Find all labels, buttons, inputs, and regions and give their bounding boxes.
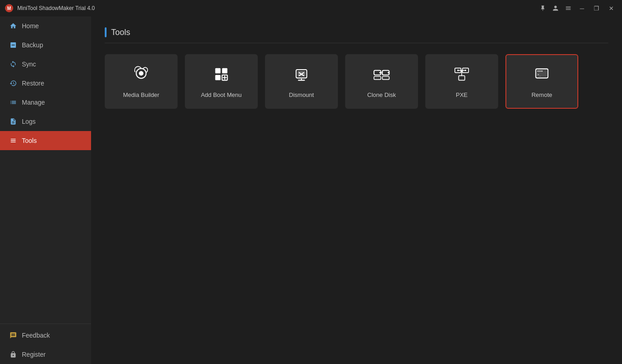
sidebar-item-restore[interactable]: Restore (0, 74, 91, 93)
user-icon[interactable] (550, 3, 561, 14)
svg-text:M: M (7, 6, 11, 11)
sidebar-item-home[interactable]: Home (0, 16, 91, 35)
tool-card-add-boot-menu[interactable]: Add Boot Menu (185, 54, 258, 109)
svg-point-3 (139, 71, 143, 76)
svg-rect-25 (459, 76, 464, 80)
svg-point-19 (387, 72, 389, 73)
tool-card-clone-disk[interactable]: Clone Disk (345, 54, 418, 109)
svg-rect-21 (374, 76, 381, 80)
clone-disk-icon (372, 65, 391, 86)
add-boot-menu-label: Add Boot Menu (201, 91, 242, 98)
svg-rect-4 (215, 68, 221, 73)
content-area: Tools Media Builder (91, 16, 622, 364)
svg-text:>_: >_ (537, 72, 541, 76)
sidebar-item-sync[interactable]: Sync (0, 55, 91, 74)
remote-label: Remote (531, 91, 552, 98)
svg-point-33 (537, 71, 539, 72)
dismount-icon (292, 65, 311, 86)
svg-point-30 (465, 70, 466, 71)
svg-point-35 (541, 71, 543, 72)
sidebar-item-backup[interactable]: Backup (0, 35, 91, 55)
add-boot-menu-icon (212, 65, 230, 86)
close-button[interactable]: ✕ (605, 3, 617, 14)
sidebar-item-feedback[interactable]: Feedback (0, 326, 91, 345)
media-builder-label: Media Builder (123, 91, 159, 98)
svg-rect-6 (215, 75, 221, 80)
titlebar: M MiniTool ShadowMaker Trial 4.0 ─ ❐ ✕ (0, 0, 622, 16)
pxe-icon (453, 65, 471, 86)
pin-icon[interactable] (537, 3, 548, 14)
sidebar-item-logs[interactable]: Logs (0, 112, 91, 131)
home-icon (9, 22, 17, 30)
tool-card-dismount[interactable]: Dismount (265, 54, 338, 109)
restore-icon (9, 79, 17, 87)
sidebar-item-tools[interactable]: Tools (0, 131, 91, 150)
sidebar-bottom: Feedback Register (0, 324, 91, 364)
svg-point-29 (457, 70, 459, 71)
logs-icon (9, 117, 17, 126)
menu-icon[interactable] (563, 3, 574, 14)
tool-card-pxe[interactable]: PXE (425, 54, 498, 109)
media-builder-icon (132, 65, 150, 86)
minimize-button[interactable]: ─ (576, 3, 588, 14)
sidebar-item-manage[interactable]: Manage (0, 93, 91, 112)
clone-disk-label: Clone Disk (367, 91, 396, 98)
tool-card-media-builder[interactable]: Media Builder (105, 54, 178, 109)
manage-icon (9, 98, 17, 106)
page-title: Tools (111, 28, 130, 37)
pxe-label: PXE (456, 91, 468, 98)
backup-icon (9, 41, 17, 49)
tools-icon (9, 136, 17, 145)
main-layout: Home Backup Sync Restore Manage (0, 16, 622, 364)
app-title: MiniTool ShadowMaker Trial 4.0 (17, 5, 537, 11)
app-logo: M (5, 4, 14, 13)
window-controls: ─ ❐ ✕ (576, 3, 617, 14)
page-title-bar: Tools (105, 27, 608, 43)
remote-icon: >_ (533, 65, 551, 86)
svg-rect-22 (382, 76, 389, 80)
title-accent (105, 27, 107, 37)
svg-point-34 (540, 71, 541, 72)
sync-icon (9, 60, 17, 68)
sidebar: Home Backup Sync Restore Manage (0, 16, 91, 364)
feedback-icon (9, 331, 17, 339)
sidebar-item-register[interactable]: Register (0, 345, 91, 364)
svg-rect-5 (222, 68, 228, 73)
tools-grid: Media Builder Add Boot Menu (105, 54, 608, 109)
restore-button[interactable]: ❐ (590, 3, 603, 14)
tool-card-remote[interactable]: >_ Remote (505, 54, 578, 109)
dismount-label: Dismount (289, 91, 314, 98)
register-icon (9, 350, 17, 359)
svg-point-17 (379, 72, 381, 73)
